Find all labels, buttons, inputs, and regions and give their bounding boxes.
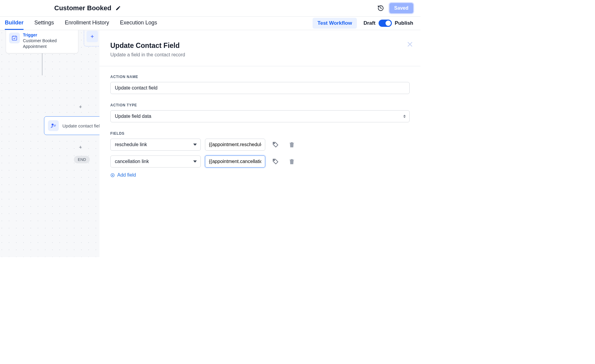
workflow-canvas[interactable]: Trigger Customer Booked Appointment + Up… bbox=[0, 30, 99, 257]
plus-icon bbox=[90, 34, 95, 39]
action-node-update-contact[interactable]: Update contact field bbox=[44, 116, 99, 135]
header: Customer Booked Saved bbox=[0, 0, 420, 16]
workflow-title: Customer Booked bbox=[54, 4, 111, 12]
calendar-check-icon bbox=[9, 33, 20, 43]
action-type-group: ACTION TYPE Update field data bbox=[110, 103, 410, 122]
field-name-select[interactable]: cancellation link bbox=[110, 155, 201, 168]
field-row: cancellation link bbox=[110, 155, 410, 168]
trigger-node[interactable]: Trigger Customer Booked Appointment bbox=[6, 30, 78, 53]
fields-label: FIELDS bbox=[110, 131, 410, 136]
action-node-label: Update contact field bbox=[62, 123, 99, 128]
draft-label: Draft bbox=[364, 20, 376, 26]
tag-icon[interactable] bbox=[272, 158, 279, 165]
panel-subtitle: Update a field in the contact record bbox=[110, 52, 410, 58]
action-name-group: ACTION NAME bbox=[110, 75, 410, 94]
trigger-badge: Trigger bbox=[23, 33, 74, 37]
svg-point-11 bbox=[274, 143, 275, 144]
sort-icon bbox=[403, 115, 406, 118]
user-edit-icon bbox=[48, 120, 59, 131]
field-value-input[interactable] bbox=[205, 139, 265, 151]
field-value-input[interactable] bbox=[205, 155, 265, 168]
trash-icon[interactable] bbox=[288, 141, 295, 148]
end-node: END bbox=[74, 156, 90, 163]
publish-label: Publish bbox=[395, 20, 413, 26]
field-name-select[interactable]: reschedule link bbox=[110, 139, 201, 151]
add-field-label: Add field bbox=[117, 172, 136, 178]
pencil-icon[interactable] bbox=[115, 5, 121, 11]
chevron-down-icon bbox=[193, 161, 197, 163]
history-icon[interactable] bbox=[377, 5, 384, 11]
action-config-panel: Update Contact Field Update a field in t… bbox=[99, 30, 420, 257]
add-field-button[interactable]: Add field bbox=[110, 172, 410, 178]
tabs-right: Test Workflow Draft Publish bbox=[313, 18, 413, 29]
action-type-select[interactable]: Update field data bbox=[110, 110, 410, 122]
action-type-value: Update field data bbox=[115, 114, 151, 119]
tab-builder[interactable]: Builder bbox=[5, 17, 24, 30]
panel-title: Update Contact Field bbox=[110, 42, 410, 50]
tab-execution-logs[interactable]: Execution Logs bbox=[120, 17, 157, 30]
tab-enrollment-history[interactable]: Enrollment History bbox=[65, 17, 109, 30]
main: Trigger Customer Booked Appointment + Up… bbox=[0, 30, 420, 257]
field-name-value: reschedule link bbox=[115, 142, 147, 147]
fields-group: FIELDS reschedule link bbox=[110, 131, 410, 178]
panel-header: Update Contact Field Update a field in t… bbox=[99, 30, 420, 58]
publish-toggle[interactable] bbox=[379, 20, 392, 27]
field-name-value: cancellation link bbox=[115, 159, 149, 164]
action-name-label: ACTION NAME bbox=[110, 75, 410, 79]
add-trigger-button[interactable] bbox=[87, 31, 98, 42]
header-left: Customer Booked bbox=[54, 4, 121, 12]
panel-body: ACTION NAME ACTION TYPE Update field dat… bbox=[99, 66, 420, 178]
trash-icon[interactable] bbox=[288, 158, 295, 165]
insert-step-button-2[interactable]: + bbox=[78, 145, 83, 150]
insert-step-button-1[interactable]: + bbox=[78, 104, 83, 110]
saved-button: Saved bbox=[389, 3, 413, 13]
action-type-label: ACTION TYPE bbox=[110, 103, 410, 107]
field-row: reschedule link bbox=[110, 139, 410, 151]
tabs: Builder Settings Enrollment History Exec… bbox=[5, 17, 157, 30]
test-workflow-button[interactable]: Test Workflow bbox=[313, 18, 357, 29]
action-name-input[interactable] bbox=[110, 82, 410, 94]
close-icon[interactable] bbox=[407, 41, 413, 48]
tabs-row: Builder Settings Enrollment History Exec… bbox=[0, 17, 420, 30]
chevron-down-icon bbox=[193, 144, 197, 146]
tab-settings[interactable]: Settings bbox=[34, 17, 54, 30]
trigger-text: Trigger Customer Booked Appointment bbox=[23, 33, 74, 49]
header-right: Saved bbox=[377, 3, 413, 13]
plus-circle-icon bbox=[110, 173, 115, 177]
svg-rect-1 bbox=[12, 36, 17, 40]
tag-icon[interactable] bbox=[272, 141, 279, 148]
publish-toggle-group: Draft Publish bbox=[364, 20, 413, 27]
svg-point-6 bbox=[52, 124, 54, 126]
svg-point-12 bbox=[274, 160, 275, 161]
trigger-title: Customer Booked Appointment bbox=[23, 38, 74, 49]
